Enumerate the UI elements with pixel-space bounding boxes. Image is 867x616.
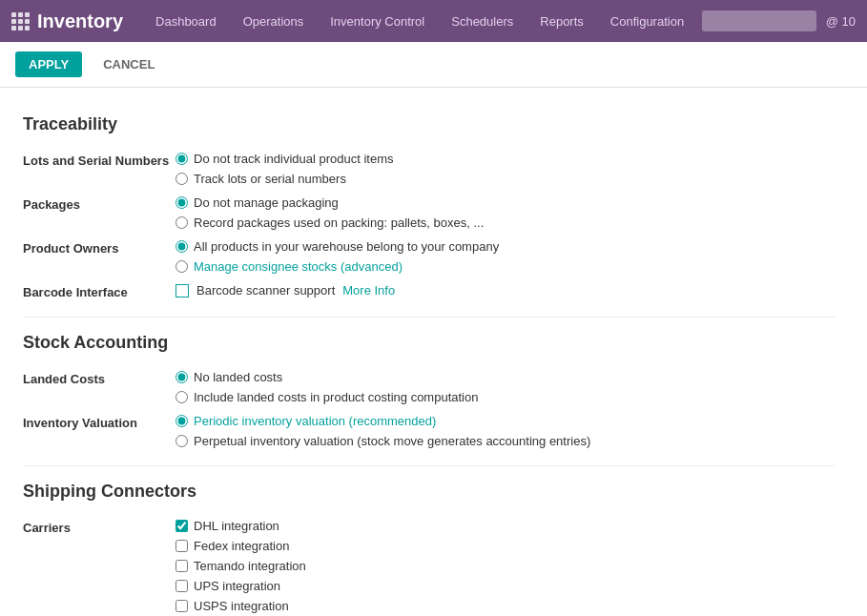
landed-costs-option-1[interactable]: Include landed costs in product costing … [175, 390, 478, 404]
product-owners-label: Product Owners [23, 239, 175, 256]
inventory-valuation-option-1[interactable]: Perpetual inventory valuation (stock mov… [175, 434, 590, 448]
inventory-valuation-options: Periodic inventory valuation (recommende… [175, 414, 590, 448]
barcode-options: Barcode scanner support More Info [175, 283, 395, 298]
inventory-valuation-label: Inventory Valuation [23, 414, 175, 430]
stock-accounting-title: Stock Accounting [23, 325, 836, 353]
carrier-fedex[interactable]: Fedex integration [175, 539, 306, 553]
landed-costs-option-0[interactable]: No landed costs [175, 370, 478, 384]
lots-row: Lots and Serial Numbers Do not track ind… [23, 150, 836, 188]
top-nav: Dashboard Operations Inventory Control S… [142, 0, 702, 42]
carrier-ups[interactable]: UPS integration [175, 579, 306, 593]
barcode-inline: Barcode scanner support More Info [175, 283, 395, 298]
carrier-dhl[interactable]: DHL integration [175, 519, 306, 533]
carriers-row: Carriers DHL integration Fedex integrati… [23, 517, 836, 615]
nav-dashboard[interactable]: Dashboard [142, 0, 230, 42]
inventory-valuation-option-0[interactable]: Periodic inventory valuation (recommende… [175, 414, 590, 428]
lots-options: Do not track individual product items Tr… [175, 152, 394, 186]
lots-option-1[interactable]: Track lots or serial numbers [175, 172, 394, 186]
product-owners-options: All products in your warehouse belong to… [175, 239, 499, 274]
landed-costs-options: No landed costs Include landed costs in … [175, 370, 478, 404]
packages-option-1[interactable]: Record packages used on packing: pallets… [175, 216, 484, 230]
cancel-button[interactable]: CANCEL [90, 51, 168, 77]
divider-2 [23, 465, 836, 466]
product-owners-option-1[interactable]: Manage consignee stocks (advanced) [175, 259, 499, 274]
barcode-row: Barcode Interface Barcode scanner suppor… [23, 281, 836, 301]
topbar: Inventory Dashboard Operations Inventory… [0, 0, 867, 42]
user-badge[interactable]: @ 10 [826, 14, 856, 29]
product-owners-option-0[interactable]: All products in your warehouse belong to… [175, 239, 499, 254]
nav-inventory-control[interactable]: Inventory Control [317, 0, 438, 42]
landed-costs-row: Landed Costs No landed costs Include lan… [23, 368, 836, 406]
traceability-title: Traceability [23, 107, 836, 134]
packages-option-0[interactable]: Do not manage packaging [175, 195, 484, 210]
more-info-link[interactable]: More Info [342, 283, 395, 298]
traceability-section: Traceability Lots and Serial Numbers Do … [23, 107, 836, 301]
nav-operations[interactable]: Operations [230, 0, 318, 42]
action-bar: APPLY CANCEL [0, 42, 867, 88]
grid-icon[interactable] [11, 12, 30, 31]
packages-row: Packages Do not manage packaging Record … [23, 194, 836, 232]
stock-accounting-section: Stock Accounting Landed Costs No landed … [23, 325, 836, 450]
barcode-checkbox[interactable] [175, 284, 189, 298]
carriers-label: Carriers [23, 519, 175, 535]
main-content: Traceability Lots and Serial Numbers Do … [0, 88, 858, 616]
landed-costs-label: Landed Costs [23, 370, 175, 386]
apply-button[interactable]: APPLY [15, 51, 82, 77]
nav-schedulers[interactable]: Schedulers [438, 0, 526, 42]
packages-options: Do not manage packaging Record packages … [175, 195, 484, 230]
divider-1 [23, 317, 836, 318]
shipping-connectors-title: Shipping Connectors [23, 474, 836, 502]
shipping-connectors-section: Shipping Connectors Carriers DHL integra… [23, 474, 836, 615]
packages-label: Packages [23, 195, 175, 212]
search-input[interactable] [702, 10, 816, 31]
barcode-checkbox-label: Barcode scanner support [196, 283, 335, 298]
carriers-options: DHL integration Fedex integration Temand… [175, 519, 306, 613]
product-owners-row: Product Owners All products in your ware… [23, 237, 836, 276]
topbar-right: @ 10 [702, 10, 856, 31]
lots-option-0[interactable]: Do not track individual product items [175, 152, 394, 166]
inventory-valuation-row: Inventory Valuation Periodic inventory v… [23, 412, 836, 450]
carrier-temando[interactable]: Temando integration [175, 559, 306, 573]
barcode-label: Barcode Interface [23, 283, 175, 299]
app-title: Inventory [37, 10, 123, 32]
nav-configuration[interactable]: Configuration [597, 0, 697, 42]
lots-label: Lots and Serial Numbers [23, 152, 175, 168]
nav-reports[interactable]: Reports [526, 0, 597, 42]
carrier-usps[interactable]: USPS integration [175, 599, 306, 613]
